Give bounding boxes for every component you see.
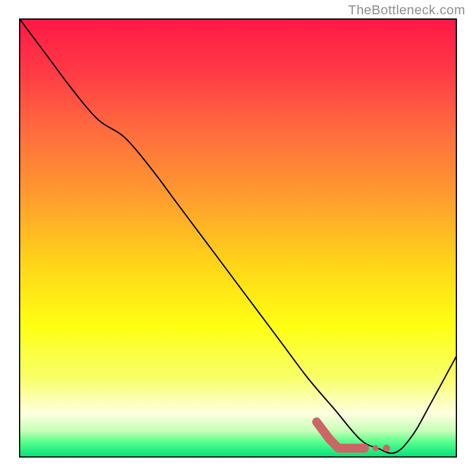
selection-marker-dot	[372, 445, 378, 451]
chart-stage: TheBottleneck.com	[0, 0, 476, 476]
chart-svg	[0, 0, 476, 476]
watermark-text: TheBottleneck.com	[348, 2, 465, 18]
chart-background	[20, 19, 456, 457]
selection-marker-dot	[383, 444, 390, 452]
